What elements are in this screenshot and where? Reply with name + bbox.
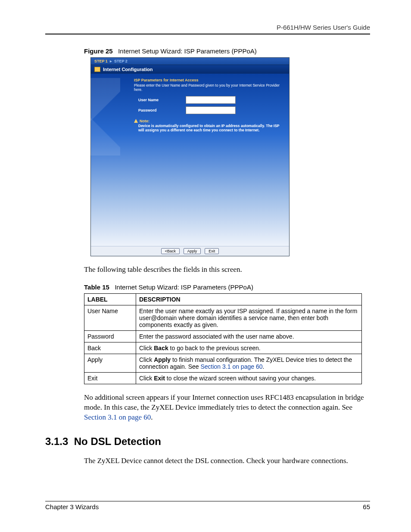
cell-desc: Click Apply to finish manual configurati… — [136, 354, 362, 372]
paragraph-rfc1483: No additional screen appears if your Int… — [84, 393, 370, 423]
step-active: STEP 1 — [94, 59, 108, 63]
txt: . — [151, 413, 153, 421]
footer-right: 65 — [363, 503, 370, 510]
txt: Click — [139, 375, 154, 382]
note-label: Note: — [134, 118, 285, 123]
table-label: Table 15 — [84, 283, 109, 291]
table-title: Internet Setup Wizard: ISP Parameters (P… — [115, 283, 253, 291]
txt: Click — [139, 356, 154, 363]
txt: to close the wizard screen without savin… — [165, 375, 316, 382]
txt: . — [262, 363, 264, 370]
cell-label: Exit — [84, 372, 136, 384]
wizard-steps: STEP 1 ▸ STEP 2 — [91, 58, 289, 65]
table-row: Apply Click Apply to finish manual confi… — [84, 354, 362, 372]
exit-button[interactable]: Exit — [205, 248, 219, 254]
section-number: 3.1.3 — [45, 436, 68, 447]
cell-label: Password — [84, 330, 136, 342]
wizard-heading: Internet Configuration — [91, 65, 289, 74]
wizard-screenshot: STEP 1 ▸ STEP 2 Internet Configuration I… — [90, 57, 290, 256]
txt: to go back to the previous screen. — [168, 345, 261, 352]
description-table: LABEL DESCRIPTION User Name Enter the us… — [84, 293, 362, 384]
xref-link[interactable]: Section 3.1 on page 60 — [200, 363, 262, 370]
cell-desc: Click Exit to close the wizard screen wi… — [136, 372, 362, 384]
step-inactive: STEP 2 — [114, 59, 128, 63]
password-input[interactable] — [186, 106, 236, 114]
table-row: Exit Click Exit to close the wizard scre… — [84, 372, 362, 384]
cell-label: Apply — [84, 354, 136, 372]
folder-icon — [94, 67, 100, 72]
table-header-row: LABEL DESCRIPTION — [84, 293, 362, 305]
note-text: Device is automatically configured to ob… — [138, 124, 285, 132]
table-row: Password Enter the password associated w… — [84, 330, 362, 342]
header-rule — [45, 34, 370, 34]
page-footer: Chapter 3 Wizards 65 — [45, 501, 370, 510]
cell-label: Back — [84, 342, 136, 354]
footer-rule — [45, 501, 370, 501]
section-heading: 3.1.3 No DSL Detection — [45, 436, 370, 448]
th-label: LABEL — [84, 293, 136, 305]
cell-label: User Name — [84, 305, 136, 330]
figure-label: Figure 25 — [84, 47, 113, 55]
section-title: No DSL Detection — [74, 436, 161, 447]
cell-desc: Enter the user name exactly as your ISP … — [136, 305, 362, 330]
cell-desc: Enter the password associated with the u… — [136, 330, 362, 342]
th-description: DESCRIPTION — [136, 293, 362, 305]
back-button[interactable]: <Back — [161, 248, 180, 254]
isp-title: ISP Parameters for Internet Access — [134, 78, 285, 82]
table-row: User Name Enter the user name exactly as… — [84, 305, 362, 330]
running-head: P-661H/HW Series User's Guide — [45, 24, 370, 31]
username-input[interactable] — [186, 96, 236, 104]
wizard-button-bar: <Back Apply Exit — [91, 246, 289, 256]
txt: No additional screen appears if your Int… — [84, 393, 364, 411]
username-label: User Name — [138, 98, 168, 102]
paragraph-no-dsl: The ZyXEL Device cannot detect the DSL c… — [84, 456, 370, 466]
figure-title: Internet Setup Wizard: ISP Parameters (P… — [118, 47, 257, 55]
intro-text: The following table describes the fields… — [84, 265, 370, 275]
wizard-bg-accent — [90, 78, 120, 156]
table-row: Back Click Back to go back to the previo… — [84, 342, 362, 354]
wizard-body: ISP Parameters for Internet Access Pleas… — [91, 74, 289, 246]
apply-button[interactable]: Apply — [184, 248, 201, 254]
xref-link[interactable]: Section 3.1 on page 60 — [84, 413, 151, 421]
footer-left: Chapter 3 Wizards — [45, 503, 99, 510]
cell-desc: Click Back to go back to the previous sc… — [136, 342, 362, 354]
isp-sub: Please enter the User Name and Password … — [134, 83, 285, 92]
wizard-heading-text: Internet Configuration — [103, 67, 153, 72]
password-label: Password — [138, 108, 168, 112]
bold-txt: Back — [154, 345, 168, 352]
txt: Click — [139, 345, 154, 352]
figure-caption: Figure 25 Internet Setup Wizard: ISP Par… — [84, 47, 370, 55]
table-caption: Table 15 Internet Setup Wizard: ISP Para… — [84, 283, 370, 291]
bold-txt: Apply — [154, 356, 171, 363]
bold-txt: Exit — [154, 375, 165, 382]
